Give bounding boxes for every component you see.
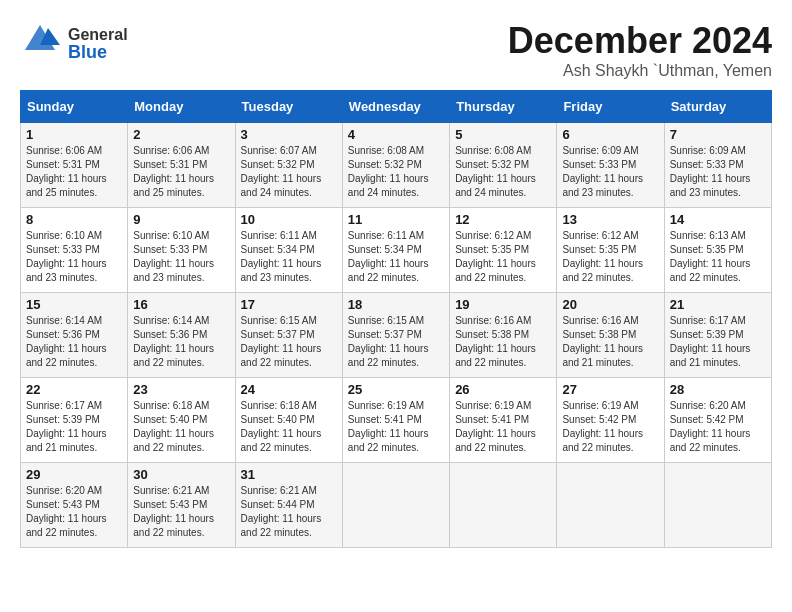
calendar-cell: 14Sunrise: 6:13 AMSunset: 5:35 PMDayligh…: [664, 208, 771, 293]
day-number: 31: [241, 467, 337, 482]
day-info: Sunrise: 6:21 AMSunset: 5:43 PMDaylight:…: [133, 484, 229, 540]
calendar-cell: 27Sunrise: 6:19 AMSunset: 5:42 PMDayligh…: [557, 378, 664, 463]
day-number: 20: [562, 297, 658, 312]
calendar-cell: 20Sunrise: 6:16 AMSunset: 5:38 PMDayligh…: [557, 293, 664, 378]
day-info: Sunrise: 6:11 AMSunset: 5:34 PMDaylight:…: [348, 229, 444, 285]
calendar-cell: 5Sunrise: 6:08 AMSunset: 5:32 PMDaylight…: [450, 123, 557, 208]
calendar-cell: 7Sunrise: 6:09 AMSunset: 5:33 PMDaylight…: [664, 123, 771, 208]
calendar-cell: 28Sunrise: 6:20 AMSunset: 5:42 PMDayligh…: [664, 378, 771, 463]
day-number: 6: [562, 127, 658, 142]
calendar-cell: 23Sunrise: 6:18 AMSunset: 5:40 PMDayligh…: [128, 378, 235, 463]
day-info: Sunrise: 6:08 AMSunset: 5:32 PMDaylight:…: [455, 144, 551, 200]
calendar-cell: 26Sunrise: 6:19 AMSunset: 5:41 PMDayligh…: [450, 378, 557, 463]
day-info: Sunrise: 6:06 AMSunset: 5:31 PMDaylight:…: [133, 144, 229, 200]
day-number: 24: [241, 382, 337, 397]
day-number: 25: [348, 382, 444, 397]
day-number: 11: [348, 212, 444, 227]
logo-general-text: General: [68, 27, 128, 43]
day-info: Sunrise: 6:10 AMSunset: 5:33 PMDaylight:…: [26, 229, 122, 285]
location-title: Ash Shaykh `Uthman, Yemen: [508, 62, 772, 80]
calendar-week-3: 15Sunrise: 6:14 AMSunset: 5:36 PMDayligh…: [21, 293, 772, 378]
day-number: 16: [133, 297, 229, 312]
day-info: Sunrise: 6:11 AMSunset: 5:34 PMDaylight:…: [241, 229, 337, 285]
calendar-cell: 29Sunrise: 6:20 AMSunset: 5:43 PMDayligh…: [21, 463, 128, 548]
weekday-header-wednesday: Wednesday: [342, 91, 449, 123]
calendar-week-4: 22Sunrise: 6:17 AMSunset: 5:39 PMDayligh…: [21, 378, 772, 463]
day-number: 3: [241, 127, 337, 142]
day-info: Sunrise: 6:14 AMSunset: 5:36 PMDaylight:…: [133, 314, 229, 370]
day-number: 8: [26, 212, 122, 227]
month-title: December 2024: [508, 20, 772, 62]
day-number: 2: [133, 127, 229, 142]
calendar-week-2: 8Sunrise: 6:10 AMSunset: 5:33 PMDaylight…: [21, 208, 772, 293]
day-number: 21: [670, 297, 766, 312]
logo-icon: [20, 20, 60, 68]
day-number: 27: [562, 382, 658, 397]
calendar-cell: 9Sunrise: 6:10 AMSunset: 5:33 PMDaylight…: [128, 208, 235, 293]
calendar-cell: 17Sunrise: 6:15 AMSunset: 5:37 PMDayligh…: [235, 293, 342, 378]
day-number: 26: [455, 382, 551, 397]
day-info: Sunrise: 6:16 AMSunset: 5:38 PMDaylight:…: [562, 314, 658, 370]
day-number: 9: [133, 212, 229, 227]
day-info: Sunrise: 6:17 AMSunset: 5:39 PMDaylight:…: [670, 314, 766, 370]
day-info: Sunrise: 6:17 AMSunset: 5:39 PMDaylight:…: [26, 399, 122, 455]
calendar-week-5: 29Sunrise: 6:20 AMSunset: 5:43 PMDayligh…: [21, 463, 772, 548]
calendar-cell: 16Sunrise: 6:14 AMSunset: 5:36 PMDayligh…: [128, 293, 235, 378]
calendar-week-1: 1Sunrise: 6:06 AMSunset: 5:31 PMDaylight…: [21, 123, 772, 208]
calendar-cell: 8Sunrise: 6:10 AMSunset: 5:33 PMDaylight…: [21, 208, 128, 293]
logo: General Blue: [20, 20, 128, 68]
day-info: Sunrise: 6:13 AMSunset: 5:35 PMDaylight:…: [670, 229, 766, 285]
day-info: Sunrise: 6:16 AMSunset: 5:38 PMDaylight:…: [455, 314, 551, 370]
day-number: 13: [562, 212, 658, 227]
calendar-cell: 25Sunrise: 6:19 AMSunset: 5:41 PMDayligh…: [342, 378, 449, 463]
weekday-header-friday: Friday: [557, 91, 664, 123]
weekday-header-tuesday: Tuesday: [235, 91, 342, 123]
calendar-cell: 22Sunrise: 6:17 AMSunset: 5:39 PMDayligh…: [21, 378, 128, 463]
weekday-header-row: SundayMondayTuesdayWednesdayThursdayFrid…: [21, 91, 772, 123]
calendar-cell: [557, 463, 664, 548]
day-info: Sunrise: 6:10 AMSunset: 5:33 PMDaylight:…: [133, 229, 229, 285]
day-info: Sunrise: 6:20 AMSunset: 5:42 PMDaylight:…: [670, 399, 766, 455]
calendar-cell: 2Sunrise: 6:06 AMSunset: 5:31 PMDaylight…: [128, 123, 235, 208]
logo-name: General Blue: [68, 27, 128, 61]
day-info: Sunrise: 6:06 AMSunset: 5:31 PMDaylight:…: [26, 144, 122, 200]
weekday-header-monday: Monday: [128, 91, 235, 123]
logo-blue-text: Blue: [68, 43, 128, 61]
day-number: 19: [455, 297, 551, 312]
day-info: Sunrise: 6:08 AMSunset: 5:32 PMDaylight:…: [348, 144, 444, 200]
calendar-cell: 13Sunrise: 6:12 AMSunset: 5:35 PMDayligh…: [557, 208, 664, 293]
weekday-header-saturday: Saturday: [664, 91, 771, 123]
day-info: Sunrise: 6:14 AMSunset: 5:36 PMDaylight:…: [26, 314, 122, 370]
day-number: 12: [455, 212, 551, 227]
day-number: 22: [26, 382, 122, 397]
header: General Blue December 2024 Ash Shaykh `U…: [20, 20, 772, 80]
calendar-cell: 31Sunrise: 6:21 AMSunset: 5:44 PMDayligh…: [235, 463, 342, 548]
day-info: Sunrise: 6:21 AMSunset: 5:44 PMDaylight:…: [241, 484, 337, 540]
calendar-cell: 12Sunrise: 6:12 AMSunset: 5:35 PMDayligh…: [450, 208, 557, 293]
calendar-cell: 10Sunrise: 6:11 AMSunset: 5:34 PMDayligh…: [235, 208, 342, 293]
day-info: Sunrise: 6:12 AMSunset: 5:35 PMDaylight:…: [562, 229, 658, 285]
day-number: 10: [241, 212, 337, 227]
day-info: Sunrise: 6:12 AMSunset: 5:35 PMDaylight:…: [455, 229, 551, 285]
day-number: 7: [670, 127, 766, 142]
calendar-cell: 6Sunrise: 6:09 AMSunset: 5:33 PMDaylight…: [557, 123, 664, 208]
day-number: 14: [670, 212, 766, 227]
day-info: Sunrise: 6:18 AMSunset: 5:40 PMDaylight:…: [133, 399, 229, 455]
calendar-cell: [342, 463, 449, 548]
calendar-cell: 4Sunrise: 6:08 AMSunset: 5:32 PMDaylight…: [342, 123, 449, 208]
day-number: 28: [670, 382, 766, 397]
day-number: 15: [26, 297, 122, 312]
calendar-cell: 19Sunrise: 6:16 AMSunset: 5:38 PMDayligh…: [450, 293, 557, 378]
calendar-cell: 21Sunrise: 6:17 AMSunset: 5:39 PMDayligh…: [664, 293, 771, 378]
calendar-cell: 24Sunrise: 6:18 AMSunset: 5:40 PMDayligh…: [235, 378, 342, 463]
day-number: 4: [348, 127, 444, 142]
weekday-header-sunday: Sunday: [21, 91, 128, 123]
weekday-header-thursday: Thursday: [450, 91, 557, 123]
day-info: Sunrise: 6:18 AMSunset: 5:40 PMDaylight:…: [241, 399, 337, 455]
day-info: Sunrise: 6:09 AMSunset: 5:33 PMDaylight:…: [670, 144, 766, 200]
calendar-cell: 11Sunrise: 6:11 AMSunset: 5:34 PMDayligh…: [342, 208, 449, 293]
day-info: Sunrise: 6:19 AMSunset: 5:41 PMDaylight:…: [348, 399, 444, 455]
calendar-table: SundayMondayTuesdayWednesdayThursdayFrid…: [20, 90, 772, 548]
calendar-cell: 3Sunrise: 6:07 AMSunset: 5:32 PMDaylight…: [235, 123, 342, 208]
day-info: Sunrise: 6:19 AMSunset: 5:41 PMDaylight:…: [455, 399, 551, 455]
